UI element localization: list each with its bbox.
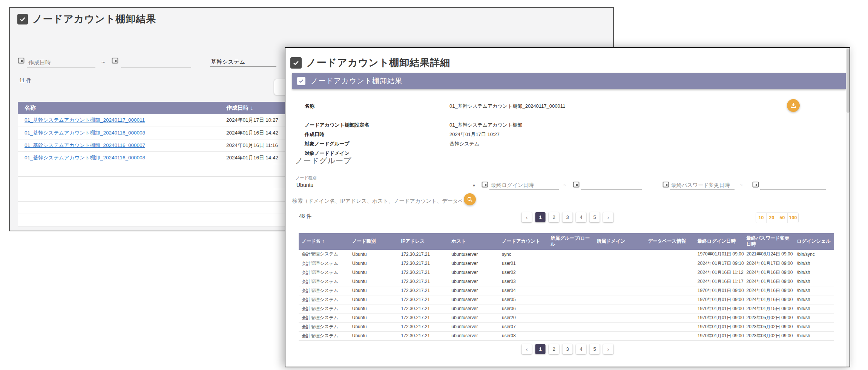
node-cell: 2024年01月16日 09:00 bbox=[744, 286, 794, 295]
page-button[interactable]: 3 bbox=[563, 344, 573, 354]
node-cell: /bin/sh bbox=[794, 268, 834, 277]
node-cell: 2024年01月16日 11:17 bbox=[695, 277, 744, 286]
node-cell: 会計管理システム bbox=[299, 250, 349, 259]
node-cell bbox=[547, 250, 594, 259]
column-header[interactable]: 所属ドメイン bbox=[593, 233, 645, 250]
node-cell bbox=[645, 322, 695, 331]
scrollbar-thumb[interactable] bbox=[847, 49, 850, 113]
node-cell: ubuntuserver bbox=[448, 304, 499, 313]
column-header[interactable]: 最終パスワード変更日時 bbox=[744, 233, 794, 250]
page-size-button[interactable]: 20 bbox=[767, 213, 777, 223]
column-label: 所属グループ/ロール bbox=[551, 235, 590, 247]
column-label: 作成日時 bbox=[226, 104, 249, 111]
node-cell: 2024年01月15日 09:00 bbox=[744, 304, 794, 313]
node-row: 会計管理システムUbuntu172.30.217.21ubuntuserveru… bbox=[299, 277, 834, 286]
node-cell: 会計管理システム bbox=[299, 304, 349, 313]
download-button[interactable] bbox=[787, 99, 800, 112]
node-cell bbox=[593, 295, 645, 304]
password-change-to-input[interactable] bbox=[760, 180, 826, 190]
page-size-button[interactable]: 50 bbox=[777, 213, 788, 223]
column-header[interactable]: 最終ログイン日時 bbox=[695, 233, 744, 250]
node-cell: ubuntuserver bbox=[448, 259, 499, 268]
page-button[interactable]: 2 bbox=[549, 212, 559, 222]
node-cell bbox=[645, 277, 695, 286]
column-header[interactable]: ホスト bbox=[448, 233, 499, 250]
result-link[interactable]: 01_基幹システムアカウント棚卸_20240117_000011 bbox=[25, 117, 145, 123]
result-link[interactable]: 01_基幹システムアカウント棚卸_20240116_000007 bbox=[25, 142, 145, 148]
node-row: 会計管理システムUbuntu172.30.217.21ubuntuserveru… bbox=[299, 295, 834, 304]
node-cell: user08 bbox=[499, 331, 547, 340]
scrollbar[interactable] bbox=[846, 48, 850, 367]
node-cell: /bin/sh bbox=[794, 331, 834, 340]
node-type-value: Ubuntu bbox=[296, 182, 313, 188]
field-value-setting: 01_基幹システムアカウント棚卸 bbox=[449, 122, 522, 128]
calendar-icon[interactable] bbox=[572, 180, 580, 188]
node-cell: /bin/sh bbox=[794, 286, 834, 295]
last-login-from-input[interactable] bbox=[489, 180, 559, 190]
calendar-icon[interactable] bbox=[481, 180, 489, 188]
node-type-select[interactable]: Ubuntu ▾ bbox=[296, 180, 476, 190]
created-to-input[interactable] bbox=[121, 58, 191, 67]
node-cell: 172.30.217.21 bbox=[398, 313, 448, 322]
prev-page-button[interactable]: ‹ bbox=[522, 212, 532, 222]
sort-asc-icon: ↑ bbox=[321, 239, 325, 244]
search-input[interactable] bbox=[291, 196, 463, 205]
page-size-group: 102050100 bbox=[756, 213, 799, 223]
calendar-icon[interactable] bbox=[111, 57, 119, 64]
detail-window-title-bar: ノードアカウント棚卸結果詳細 bbox=[290, 56, 450, 69]
result-name-cell: 01_基幹システムアカウント棚卸_20240117_000011 bbox=[18, 114, 219, 127]
column-header[interactable]: データベース情報 bbox=[645, 233, 695, 250]
column-label: ノード名 bbox=[302, 239, 321, 244]
column-label: 所属ドメイン bbox=[597, 239, 625, 244]
column-label: ノードアカウント bbox=[502, 239, 540, 244]
next-page-button[interactable]: › bbox=[603, 344, 613, 354]
top-pagination: ‹12345› bbox=[522, 212, 613, 222]
node-cell: 172.30.217.21 bbox=[398, 322, 448, 331]
node-cell bbox=[645, 259, 695, 268]
node-cell bbox=[593, 268, 645, 277]
page-button[interactable]: 5 bbox=[590, 212, 600, 222]
column-header[interactable]: ログインシェル bbox=[794, 233, 834, 250]
detail-window: ノードアカウント棚卸結果詳細 ノードアカウント棚卸結果 名称 01_基幹システム… bbox=[285, 47, 850, 367]
page-button[interactable]: 5 bbox=[590, 344, 600, 354]
calendar-icon[interactable] bbox=[662, 180, 670, 188]
chevron-down-icon: ▾ bbox=[473, 183, 475, 188]
page-button[interactable]: 4 bbox=[576, 212, 586, 222]
page-button[interactable]: 1 bbox=[535, 212, 546, 222]
node-cell: 172.30.217.21 bbox=[398, 304, 448, 313]
search-button[interactable] bbox=[464, 193, 476, 205]
calendar-icon[interactable] bbox=[752, 180, 759, 188]
page-button[interactable]: 4 bbox=[576, 344, 586, 354]
result-link[interactable]: 01_基幹システムアカウント棚卸_20240116_000008 bbox=[25, 130, 145, 136]
system-select[interactable]: 基幹システム bbox=[210, 57, 276, 67]
node-cell: 会計管理システム bbox=[299, 268, 349, 277]
next-page-button[interactable]: › bbox=[603, 212, 613, 222]
node-cell: 172.30.217.21 bbox=[398, 259, 448, 268]
page-button[interactable]: 1 bbox=[535, 344, 546, 354]
column-header[interactable]: ノードアカウント bbox=[499, 233, 547, 250]
node-cell: 1970年01月01日 09:00 bbox=[695, 322, 744, 331]
column-header[interactable]: IPアドレス bbox=[398, 233, 448, 250]
column-header[interactable]: ノード名 ↑ bbox=[299, 233, 349, 250]
node-cell: Ubuntu bbox=[349, 304, 398, 313]
column-header[interactable]: 所属グループ/ロール bbox=[547, 233, 594, 250]
created-from-input[interactable] bbox=[27, 58, 95, 67]
page-size-button[interactable]: 100 bbox=[788, 213, 798, 223]
node-cell: 2023年03月02日 09:00 bbox=[744, 331, 794, 340]
last-login-to-input[interactable] bbox=[581, 180, 642, 190]
page-button[interactable]: 3 bbox=[563, 212, 573, 222]
prev-page-button[interactable]: ‹ bbox=[522, 344, 532, 354]
sort-desc-icon: ↓ bbox=[250, 104, 253, 111]
result-link[interactable]: 01_基幹システムアカウント棚卸_20240116_000008 bbox=[25, 155, 145, 161]
page-size-button[interactable]: 10 bbox=[756, 213, 767, 223]
column-header[interactable]: ノード種別 bbox=[349, 233, 398, 250]
calendar-icon[interactable] bbox=[17, 57, 25, 64]
password-change-from-input[interactable] bbox=[670, 180, 735, 190]
node-cell: 2024年01月17日 09:10 bbox=[695, 259, 744, 268]
node-cell: Ubuntu bbox=[349, 250, 398, 259]
page-button[interactable]: 2 bbox=[549, 344, 559, 354]
node-row: 会計管理システムUbuntu172.30.217.21ubuntuserveru… bbox=[299, 313, 834, 322]
field-label-created: 作成日時 bbox=[305, 131, 324, 138]
range-separator: ~ bbox=[563, 182, 566, 188]
column-header-name[interactable]: 名称 bbox=[18, 102, 219, 114]
